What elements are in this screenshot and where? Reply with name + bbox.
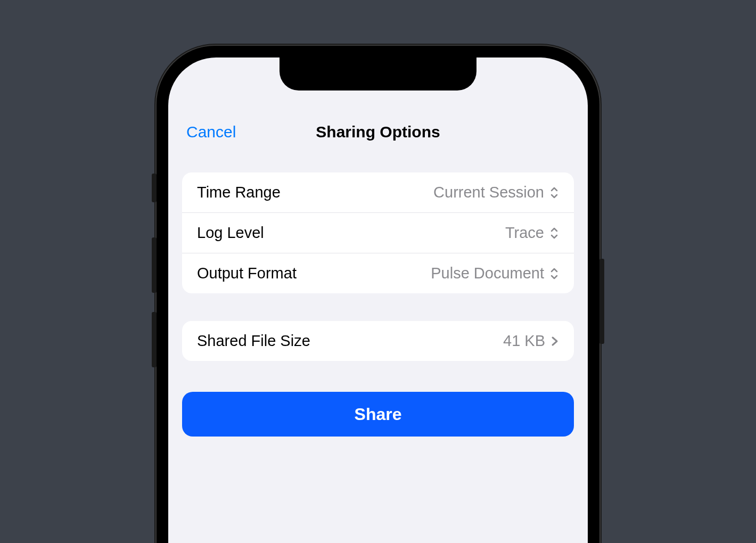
up-down-chevron-icon — [549, 267, 559, 280]
app-content: Cancel Sharing Options Time Range Curren… — [168, 57, 588, 437]
phone-power-button — [599, 259, 604, 344]
share-button[interactable]: Share — [182, 392, 574, 437]
up-down-chevron-icon — [549, 227, 559, 240]
time-range-label: Time Range — [197, 184, 281, 201]
up-down-chevron-icon — [549, 186, 559, 199]
page-title: Sharing Options — [316, 123, 440, 141]
shared-file-size-value: 41 KB — [503, 332, 545, 350]
output-format-value: Pulse Document — [431, 265, 544, 282]
phone-mute-switch — [152, 174, 157, 202]
phone-volume-down — [152, 312, 157, 367]
phone-frame: Cancel Sharing Options Time Range Curren… — [157, 46, 599, 543]
phone-notch — [280, 57, 476, 90]
phone-volume-up — [152, 237, 157, 293]
time-range-value: Current Session — [433, 184, 544, 201]
cancel-button[interactable]: Cancel — [186, 123, 236, 141]
shared-file-size-label: Shared File Size — [197, 332, 310, 350]
options-group: Time Range Current Session Log Level Tra… — [182, 172, 574, 293]
output-format-row[interactable]: Output Format Pulse Document — [182, 253, 574, 293]
log-level-row[interactable]: Log Level Trace — [182, 212, 574, 253]
file-group: Shared File Size 41 KB — [182, 321, 574, 361]
canvas-background: Cancel Sharing Options Time Range Curren… — [0, 0, 756, 543]
log-level-label: Log Level — [197, 224, 264, 242]
chevron-right-icon — [550, 335, 559, 348]
shared-file-size-row[interactable]: Shared File Size 41 KB — [182, 321, 574, 361]
log-level-value: Trace — [505, 224, 544, 242]
phone-screen: Cancel Sharing Options Time Range Curren… — [168, 57, 588, 543]
navigation-bar: Cancel Sharing Options — [168, 111, 588, 153]
output-format-label: Output Format — [197, 265, 297, 282]
time-range-row[interactable]: Time Range Current Session — [182, 172, 574, 212]
